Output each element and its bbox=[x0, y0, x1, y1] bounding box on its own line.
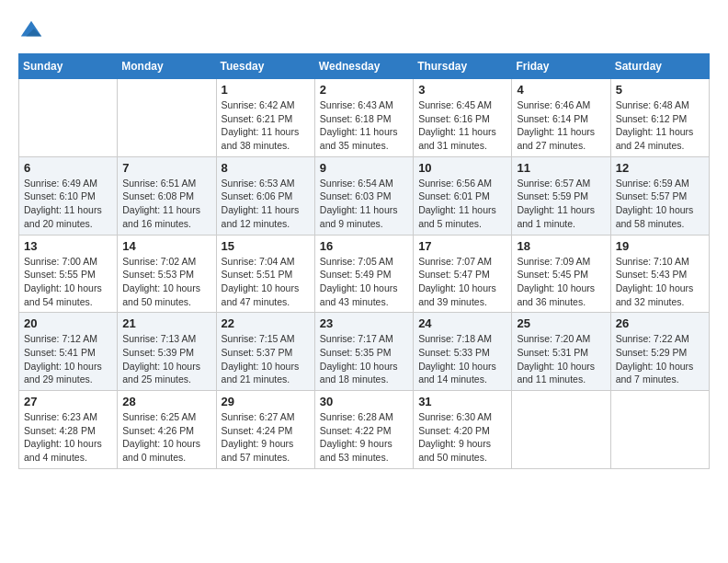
day-number: 9 bbox=[320, 161, 408, 175]
day-info: Sunrise: 6:48 AMSunset: 6:12 PMDaylight:… bbox=[616, 98, 704, 153]
calendar-cell: 19Sunrise: 7:10 AMSunset: 5:43 PMDayligh… bbox=[610, 235, 709, 313]
calendar-cell: 5Sunrise: 6:48 AMSunset: 6:12 PMDaylight… bbox=[610, 79, 709, 157]
day-number: 10 bbox=[418, 161, 506, 175]
calendar-cell: 24Sunrise: 7:18 AMSunset: 5:33 PMDayligh… bbox=[414, 313, 512, 391]
calendar-cell: 16Sunrise: 7:05 AMSunset: 5:49 PMDayligh… bbox=[314, 235, 413, 313]
calendar-cell: 27Sunrise: 6:23 AMSunset: 4:28 PMDayligh… bbox=[19, 391, 118, 469]
calendar-cell: 1Sunrise: 6:42 AMSunset: 6:21 PMDaylight… bbox=[216, 79, 314, 157]
day-info: Sunrise: 7:17 AMSunset: 5:35 PMDaylight:… bbox=[320, 332, 408, 386]
day-number: 4 bbox=[517, 83, 605, 97]
calendar-cell bbox=[610, 391, 709, 469]
calendar-cell: 10Sunrise: 6:56 AMSunset: 6:01 PMDayligh… bbox=[414, 156, 512, 235]
calendar-week-row: 27Sunrise: 6:23 AMSunset: 4:28 PMDayligh… bbox=[19, 391, 710, 469]
day-number: 22 bbox=[222, 316, 310, 330]
day-number: 28 bbox=[122, 395, 210, 408]
calendar-cell: 15Sunrise: 7:04 AMSunset: 5:51 PMDayligh… bbox=[216, 235, 314, 313]
day-number: 8 bbox=[222, 161, 310, 175]
day-number: 6 bbox=[24, 161, 112, 175]
day-number: 31 bbox=[418, 395, 506, 408]
calendar-cell: 11Sunrise: 6:57 AMSunset: 5:59 PMDayligh… bbox=[512, 156, 610, 235]
calendar-cell: 26Sunrise: 7:22 AMSunset: 5:29 PMDayligh… bbox=[610, 313, 709, 391]
calendar-cell: 23Sunrise: 7:17 AMSunset: 5:35 PMDayligh… bbox=[314, 313, 413, 391]
day-info: Sunrise: 7:05 AMSunset: 5:49 PMDaylight:… bbox=[320, 255, 408, 309]
calendar-table: SundayMondayTuesdayWednesdayThursdayFrid… bbox=[18, 53, 710, 469]
day-number: 26 bbox=[616, 316, 704, 330]
day-header-thursday: Thursday bbox=[414, 54, 512, 79]
day-number: 16 bbox=[320, 239, 408, 253]
calendar-cell: 9Sunrise: 6:54 AMSunset: 6:03 PMDaylight… bbox=[314, 156, 413, 235]
day-number: 5 bbox=[616, 83, 704, 97]
day-info: Sunrise: 7:22 AMSunset: 5:29 PMDaylight:… bbox=[616, 332, 704, 386]
day-header-monday: Monday bbox=[118, 54, 216, 79]
calendar-cell: 2Sunrise: 6:43 AMSunset: 6:18 PMDaylight… bbox=[314, 79, 413, 157]
day-header-saturday: Saturday bbox=[610, 54, 709, 79]
day-info: Sunrise: 7:00 AMSunset: 5:55 PMDaylight:… bbox=[24, 255, 112, 309]
day-header-wednesday: Wednesday bbox=[314, 54, 413, 79]
day-info: Sunrise: 6:51 AMSunset: 6:08 PMDaylight:… bbox=[122, 177, 210, 231]
day-info: Sunrise: 6:56 AMSunset: 6:01 PMDaylight:… bbox=[418, 177, 506, 231]
calendar-week-row: 6Sunrise: 6:49 AMSunset: 6:10 PMDaylight… bbox=[19, 156, 710, 235]
day-info: Sunrise: 6:45 AMSunset: 6:16 PMDaylight:… bbox=[418, 98, 506, 153]
calendar-cell: 14Sunrise: 7:02 AMSunset: 5:53 PMDayligh… bbox=[118, 235, 216, 313]
calendar-cell: 20Sunrise: 7:12 AMSunset: 5:41 PMDayligh… bbox=[19, 313, 118, 391]
day-info: Sunrise: 6:54 AMSunset: 6:03 PMDaylight:… bbox=[320, 177, 408, 231]
page-header bbox=[18, 18, 710, 44]
calendar-cell: 12Sunrise: 6:59 AMSunset: 5:57 PMDayligh… bbox=[610, 156, 709, 235]
day-number: 18 bbox=[517, 239, 605, 253]
day-info: Sunrise: 7:09 AMSunset: 5:45 PMDaylight:… bbox=[517, 255, 605, 309]
day-info: Sunrise: 6:27 AMSunset: 4:24 PMDaylight:… bbox=[222, 410, 310, 465]
day-info: Sunrise: 6:28 AMSunset: 4:22 PMDaylight:… bbox=[320, 410, 408, 465]
calendar-cell: 22Sunrise: 7:15 AMSunset: 5:37 PMDayligh… bbox=[216, 313, 314, 391]
day-info: Sunrise: 6:43 AMSunset: 6:18 PMDaylight:… bbox=[320, 98, 408, 153]
calendar-week-row: 13Sunrise: 7:00 AMSunset: 5:55 PMDayligh… bbox=[19, 235, 710, 313]
day-info: Sunrise: 7:10 AMSunset: 5:43 PMDaylight:… bbox=[616, 255, 704, 309]
day-info: Sunrise: 7:07 AMSunset: 5:47 PMDaylight:… bbox=[418, 255, 506, 309]
day-info: Sunrise: 7:20 AMSunset: 5:31 PMDaylight:… bbox=[517, 332, 605, 386]
day-info: Sunrise: 6:46 AMSunset: 6:14 PMDaylight:… bbox=[517, 98, 605, 153]
calendar-cell: 8Sunrise: 6:53 AMSunset: 6:06 PMDaylight… bbox=[216, 156, 314, 235]
day-info: Sunrise: 6:42 AMSunset: 6:21 PMDaylight:… bbox=[222, 98, 310, 153]
day-info: Sunrise: 6:57 AMSunset: 5:59 PMDaylight:… bbox=[517, 177, 605, 231]
day-info: Sunrise: 7:02 AMSunset: 5:53 PMDaylight:… bbox=[122, 255, 210, 309]
day-info: Sunrise: 7:18 AMSunset: 5:33 PMDaylight:… bbox=[418, 332, 506, 386]
day-info: Sunrise: 7:13 AMSunset: 5:39 PMDaylight:… bbox=[122, 332, 210, 386]
day-info: Sunrise: 6:30 AMSunset: 4:20 PMDaylight:… bbox=[418, 410, 506, 465]
logo bbox=[18, 18, 48, 44]
calendar-week-row: 1Sunrise: 6:42 AMSunset: 6:21 PMDaylight… bbox=[19, 79, 710, 157]
day-number: 25 bbox=[517, 316, 605, 330]
calendar-cell: 4Sunrise: 6:46 AMSunset: 6:14 PMDaylight… bbox=[512, 79, 610, 157]
calendar-week-row: 20Sunrise: 7:12 AMSunset: 5:41 PMDayligh… bbox=[19, 313, 710, 391]
day-number: 24 bbox=[418, 316, 506, 330]
calendar-cell: 29Sunrise: 6:27 AMSunset: 4:24 PMDayligh… bbox=[216, 391, 314, 469]
day-number: 3 bbox=[418, 83, 506, 97]
day-number: 14 bbox=[122, 239, 210, 253]
day-info: Sunrise: 6:25 AMSunset: 4:26 PMDaylight:… bbox=[122, 410, 210, 465]
day-number: 1 bbox=[222, 83, 310, 97]
day-number: 11 bbox=[517, 161, 605, 175]
day-number: 21 bbox=[122, 316, 210, 330]
day-number: 23 bbox=[320, 316, 408, 330]
day-number: 12 bbox=[616, 161, 704, 175]
calendar-cell bbox=[118, 79, 216, 157]
day-number: 7 bbox=[122, 161, 210, 175]
calendar-cell: 30Sunrise: 6:28 AMSunset: 4:22 PMDayligh… bbox=[314, 391, 413, 469]
calendar-cell: 6Sunrise: 6:49 AMSunset: 6:10 PMDaylight… bbox=[19, 156, 118, 235]
logo-icon bbox=[18, 18, 44, 44]
day-number: 2 bbox=[320, 83, 408, 97]
day-info: Sunrise: 6:59 AMSunset: 5:57 PMDaylight:… bbox=[616, 177, 704, 231]
day-info: Sunrise: 6:49 AMSunset: 6:10 PMDaylight:… bbox=[24, 177, 112, 231]
day-number: 27 bbox=[24, 395, 112, 408]
calendar-cell: 17Sunrise: 7:07 AMSunset: 5:47 PMDayligh… bbox=[414, 235, 512, 313]
day-number: 15 bbox=[222, 239, 310, 253]
calendar-cell: 13Sunrise: 7:00 AMSunset: 5:55 PMDayligh… bbox=[19, 235, 118, 313]
day-number: 19 bbox=[616, 239, 704, 253]
day-number: 13 bbox=[24, 239, 112, 253]
day-info: Sunrise: 6:53 AMSunset: 6:06 PMDaylight:… bbox=[222, 177, 310, 231]
day-number: 20 bbox=[24, 316, 112, 330]
calendar-cell bbox=[512, 391, 610, 469]
calendar-cell: 28Sunrise: 6:25 AMSunset: 4:26 PMDayligh… bbox=[118, 391, 216, 469]
day-header-friday: Friday bbox=[512, 54, 610, 79]
calendar-header-row: SundayMondayTuesdayWednesdayThursdayFrid… bbox=[19, 54, 710, 79]
day-info: Sunrise: 7:15 AMSunset: 5:37 PMDaylight:… bbox=[222, 332, 310, 386]
day-header-tuesday: Tuesday bbox=[216, 54, 314, 79]
